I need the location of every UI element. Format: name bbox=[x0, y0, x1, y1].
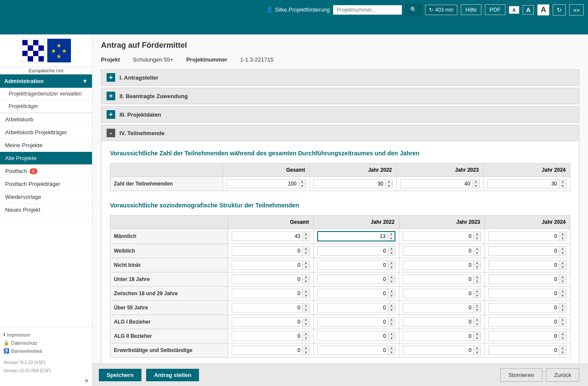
spinner-down[interactable]: ▼ bbox=[303, 251, 309, 255]
spinner-down[interactable]: ▼ bbox=[303, 265, 309, 269]
spinner-down[interactable]: ▼ bbox=[559, 350, 566, 355]
spinner-down[interactable]: ▼ bbox=[303, 350, 309, 355]
hilfe-button[interactable]: Hilfe bbox=[461, 4, 481, 15]
input-wrap-jahr2022-1[interactable]: ▲ ▼ bbox=[317, 246, 395, 256]
search-button[interactable]: 🔍 bbox=[405, 4, 422, 15]
spinner-up[interactable]: ▲ bbox=[388, 303, 395, 308]
spinners-jahr2023-3[interactable]: ▲ ▼ bbox=[473, 275, 481, 284]
spinners-jahr2022-2[interactable]: ▲ ▼ bbox=[388, 261, 395, 269]
spinner-down[interactable]: ▼ bbox=[388, 279, 395, 284]
spinner-up[interactable]: ▲ bbox=[559, 332, 566, 336]
spinners-jahr2023-4[interactable]: ▲ ▼ bbox=[473, 289, 481, 298]
input-jahr2022-5[interactable] bbox=[318, 303, 388, 312]
input-wrap-gesamt-0[interactable]: ▲ ▼ bbox=[232, 232, 310, 241]
input-gesamt-7[interactable] bbox=[232, 332, 302, 340]
input-wrap-2022-zahl[interactable]: ▲ ▼ bbox=[313, 179, 393, 188]
spinners-jahr2023-1[interactable]: ▲ ▼ bbox=[473, 247, 481, 255]
spinner-down[interactable]: ▼ bbox=[559, 293, 566, 298]
spinners-gesamt-0[interactable]: ▲ ▼ bbox=[302, 232, 309, 241]
spinners-jahr2024-4[interactable]: ▲ ▼ bbox=[559, 289, 566, 298]
input-gesamt-8[interactable] bbox=[232, 346, 302, 355]
input-jahr2023-1[interactable] bbox=[403, 247, 473, 255]
spinner-up[interactable]: ▲ bbox=[472, 179, 479, 184]
input-jahr2023-6[interactable] bbox=[403, 318, 473, 326]
sidebar-item-projekttraegerbenutzer[interactable]: Projektträgerbenutzer verwalten bbox=[0, 88, 92, 100]
input-wrap-jahr2024-3[interactable]: ▲ ▼ bbox=[488, 275, 567, 284]
input-jahr2024-7[interactable] bbox=[489, 332, 559, 340]
input-wrap-jahr2022-0[interactable]: ▲ ▼ bbox=[317, 231, 395, 241]
spinner-down[interactable]: ▼ bbox=[559, 236, 566, 241]
spinner-down[interactable]: ▼ bbox=[388, 251, 395, 255]
spinner-down[interactable]: ▼ bbox=[559, 251, 566, 255]
barrierefreiheit-link[interactable]: ♿ Barrierefreiheit bbox=[3, 347, 89, 355]
spinners-gesamt-3[interactable]: ▲ ▼ bbox=[302, 275, 309, 284]
spinner-up[interactable]: ▲ bbox=[303, 232, 309, 236]
input-gesamt-2[interactable] bbox=[232, 261, 302, 269]
spinner-up[interactable]: ▲ bbox=[303, 303, 309, 308]
spinner-down[interactable]: ▼ bbox=[474, 265, 481, 269]
spinner-up[interactable]: ▲ bbox=[559, 289, 566, 293]
spinner-down[interactable]: ▼ bbox=[388, 350, 395, 355]
input-wrap-jahr2023-6[interactable]: ▲ ▼ bbox=[403, 317, 481, 327]
collapse-header-button[interactable]: «» bbox=[569, 4, 584, 15]
input-wrap-jahr2023-8[interactable]: ▲ ▼ bbox=[403, 346, 481, 355]
spinners-gesamt-6[interactable]: ▲ ▼ bbox=[302, 318, 309, 326]
toggle-beantragte-zuwendung[interactable]: + bbox=[107, 92, 115, 100]
input-jahr2024-5[interactable] bbox=[489, 303, 559, 312]
spinners-jahr2023-6[interactable]: ▲ ▼ bbox=[473, 318, 481, 326]
spinners-jahr2024-7[interactable]: ▲ ▼ bbox=[559, 332, 566, 340]
stornieren-button[interactable]: Stornieren bbox=[500, 368, 542, 382]
input-gesamt-5[interactable] bbox=[232, 303, 302, 312]
spinner-up[interactable]: ▲ bbox=[303, 247, 309, 251]
spinner-down[interactable]: ▼ bbox=[303, 322, 309, 326]
spinner-up[interactable]: ▲ bbox=[303, 332, 309, 336]
spinner-down[interactable]: ▼ bbox=[474, 251, 481, 255]
administration-dropdown[interactable]: Administration ▼ bbox=[0, 74, 92, 88]
sidebar-item-meine-projekte[interactable]: Meine Projekte bbox=[0, 139, 92, 152]
spinner-down[interactable]: ▼ bbox=[388, 293, 395, 298]
spinner-up[interactable]: ▲ bbox=[388, 261, 395, 265]
spinners-jahr2023-7[interactable]: ▲ ▼ bbox=[473, 332, 481, 340]
input-2022-zahl[interactable] bbox=[314, 179, 385, 188]
input-jahr2023-3[interactable] bbox=[403, 275, 473, 284]
input-wrap-jahr2024-0[interactable]: ▲ ▼ bbox=[488, 232, 567, 241]
input-wrap-gesamt-8[interactable]: ▲ ▼ bbox=[232, 346, 310, 355]
input-jahr2024-3[interactable] bbox=[489, 275, 559, 284]
spinner-up[interactable]: ▲ bbox=[559, 303, 566, 308]
input-wrap-gesamt-zahl[interactable]: ▲ ▼ bbox=[227, 179, 306, 188]
spinners-jahr2022-5[interactable]: ▲ ▼ bbox=[388, 303, 395, 312]
spinner-up[interactable]: ▲ bbox=[388, 232, 395, 236]
spinner-up[interactable]: ▲ bbox=[474, 289, 481, 293]
accordion-header-beantragte-zuwendung[interactable]: + II. Beantragte Zuwendung bbox=[101, 88, 579, 104]
input-jahr2022-1[interactable] bbox=[318, 247, 388, 255]
input-wrap-jahr2023-1[interactable]: ▲ ▼ bbox=[403, 246, 481, 256]
spinners-jahr2024-1[interactable]: ▲ ▼ bbox=[559, 247, 566, 255]
spinners-gesamt-4[interactable]: ▲ ▼ bbox=[302, 289, 309, 298]
sidebar-item-neues-projekt[interactable]: Neues Projekt bbox=[0, 204, 92, 216]
zurueck-button[interactable]: Zurück bbox=[546, 368, 579, 382]
input-jahr2022-3[interactable] bbox=[318, 275, 388, 284]
spinner-down[interactable]: ▼ bbox=[559, 279, 566, 284]
spinners-jahr2022-1[interactable]: ▲ ▼ bbox=[388, 247, 395, 255]
input-jahr2024-8[interactable] bbox=[489, 346, 559, 355]
spinner-up[interactable]: ▲ bbox=[388, 247, 395, 251]
input-wrap-2024-zahl[interactable]: ▲ ▼ bbox=[487, 179, 567, 188]
input-gesamt-0[interactable] bbox=[232, 232, 302, 241]
impressum-link[interactable]: ℹ Impressum bbox=[3, 330, 89, 339]
spinner-down[interactable]: ▼ bbox=[559, 308, 566, 312]
input-wrap-jahr2024-6[interactable]: ▲ ▼ bbox=[488, 317, 567, 327]
sidebar-item-arbeitskorb-projekttraeger[interactable]: Arbeitskorb Projektträger bbox=[0, 126, 92, 139]
input-jahr2024-4[interactable] bbox=[489, 289, 559, 298]
page-refresh-button[interactable]: ↻ bbox=[553, 4, 566, 15]
project-number-input[interactable] bbox=[333, 5, 402, 15]
input-wrap-gesamt-5[interactable]: ▲ ▼ bbox=[232, 303, 310, 312]
spinner-down[interactable]: ▼ bbox=[559, 336, 566, 340]
input-wrap-jahr2022-8[interactable]: ▲ ▼ bbox=[317, 346, 395, 355]
spinner-down[interactable]: ▼ bbox=[299, 184, 306, 188]
spinner-down[interactable]: ▼ bbox=[559, 265, 566, 269]
spinners-jahr2024-0[interactable]: ▲ ▼ bbox=[559, 232, 566, 241]
spinners-jahr2024-2[interactable]: ▲ ▼ bbox=[559, 261, 566, 269]
spinner-down[interactable]: ▼ bbox=[474, 279, 481, 284]
input-gesamt-1[interactable] bbox=[232, 247, 302, 255]
spinner-up[interactable]: ▲ bbox=[474, 303, 481, 308]
